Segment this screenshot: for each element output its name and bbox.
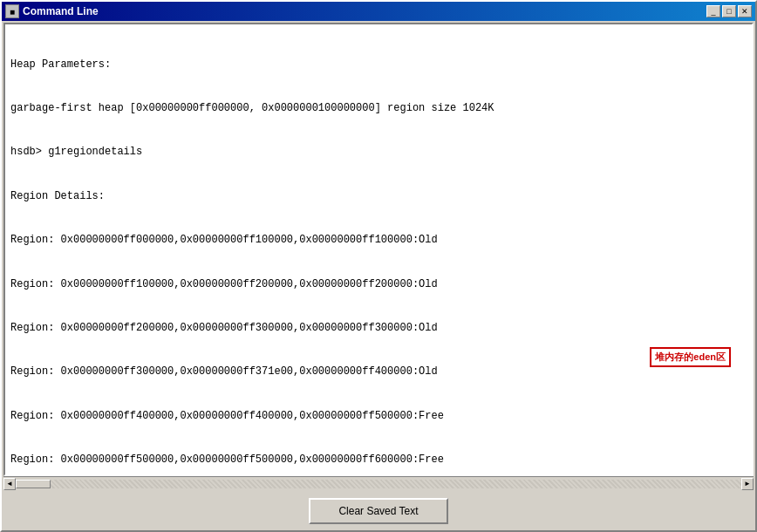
title-bar-left: ■ Command Line [5, 4, 99, 18]
line-3: hsdb> g1regiondetails [10, 145, 754, 160]
button-row: Clear Saved Text [2, 492, 755, 530]
line-7: Region: 0x00000000ff200000,0x00000000ff3… [10, 321, 754, 336]
scroll-left-button[interactable]: ◄ [3, 478, 16, 490]
clear-saved-text-button[interactable]: Clear Saved Text [309, 498, 448, 524]
terminal-output[interactable]: Heap Parameters: garbage-first heap [0x0… [3, 23, 754, 476]
line-5: Region: 0x00000000ff000000,0x00000000ff1… [10, 233, 754, 248]
line-4: Region Details: [10, 189, 754, 204]
terminal-text: Heap Parameters: garbage-first heap [0x0… [10, 28, 754, 476]
line-2: garbage-first heap [0x00000000ff000000, … [10, 101, 754, 116]
title-buttons: _ □ ✕ [706, 5, 752, 17]
line-10: Region: 0x00000000ff500000,0x00000000ff5… [10, 453, 754, 467]
scroll-track[interactable] [16, 480, 741, 488]
window-icon: ■ [5, 4, 19, 18]
close-button[interactable]: ✕ [738, 5, 752, 17]
main-window: ■ Command Line _ □ ✕ Heap Parameters: ga… [0, 0, 757, 532]
horizontal-scrollbar[interactable]: ◄ ► [3, 476, 754, 490]
content-area: Heap Parameters: garbage-first heap [0x0… [2, 21, 755, 492]
line-9: Region: 0x00000000ff400000,0x00000000ff4… [10, 409, 754, 424]
minimize-button[interactable]: _ [706, 5, 720, 17]
title-bar: ■ Command Line _ □ ✕ [2, 2, 755, 21]
scroll-thumb[interactable] [16, 480, 51, 488]
annotation-eden: 堆内存的eden区 [650, 347, 731, 367]
line-6: Region: 0x00000000ff100000,0x00000000ff2… [10, 277, 754, 292]
window-title: Command Line [23, 5, 99, 17]
scroll-right-button[interactable]: ► [741, 478, 754, 490]
line-1: Heap Parameters: [10, 58, 754, 72]
restore-button[interactable]: □ [722, 5, 736, 17]
line-8: Region: 0x00000000ff300000,0x00000000ff3… [10, 365, 754, 379]
